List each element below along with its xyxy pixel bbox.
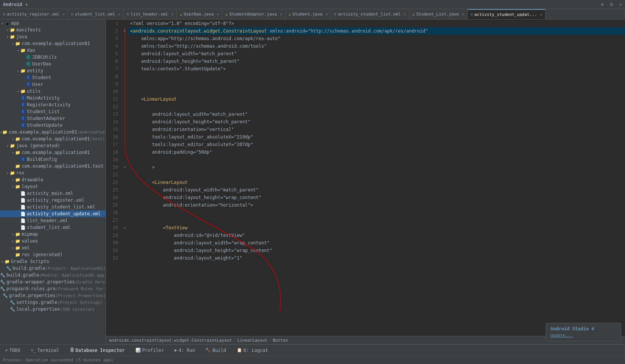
toolbar-item-run[interactable]: ▶4: Run	[172, 347, 197, 354]
expand-arrow[interactable]: ▾	[16, 48, 20, 53]
tab-Student_List[interactable]: ☕Student_List.java✕	[409, 9, 468, 20]
line-code[interactable]	[129, 171, 625, 179]
tree-item-student[interactable]: C Student	[0, 74, 106, 81]
line-code[interactable]	[129, 103, 625, 110]
tab-close[interactable]: ✕	[325, 12, 328, 16]
toolbar-item-logcat[interactable]: 📋6: Logcat	[235, 347, 271, 354]
tab-activity_student_update[interactable]: ⎘activity_student_updat...✕	[468, 9, 546, 20]
expand-arrow[interactable]: ▾	[11, 246, 15, 250]
expand-arrow[interactable]: ▾	[11, 151, 15, 155]
tree-item-buildconfig[interactable]: C BuildConfig	[0, 156, 106, 163]
tree-item-com_example_application01_test[interactable]: 📁 com.example.application01.test	[0, 163, 106, 170]
tree-item-local_properties[interactable]: 🔧 local.properties (SDK Location)	[0, 306, 106, 313]
expand-arrow[interactable]: ▾	[5, 171, 10, 175]
tree-item-build_gradle[interactable]: 🔧 build.gradle (Project: Application01)	[0, 265, 106, 272]
tree-item-activity_register_xml[interactable]: 📄 activity_register.xml	[0, 197, 106, 204]
tree-item-mainactivity[interactable]: C MainActivity	[0, 95, 106, 101]
tab-close[interactable]: ✕	[540, 12, 542, 17]
tree-item-dao[interactable]: ▾ 📁 dao	[0, 47, 106, 54]
expand-arrow[interactable]: ▾	[5, 28, 10, 32]
tree-item-studentadapter[interactable]: C StudentAdapter	[0, 115, 106, 122]
split-icon[interactable]: ⧉	[610, 2, 613, 7]
toolbar-item-todo[interactable]: ✔TODO	[3, 347, 23, 354]
line-code[interactable]: <LinearLayout	[129, 95, 625, 103]
tree-item-mipmap[interactable]: ▾ 📁 mipmap	[0, 231, 106, 238]
line-code[interactable]: android:layout_width="wrap_content"	[129, 239, 625, 247]
line-code[interactable]	[129, 209, 625, 216]
tree-item-java[interactable]: ▾ 📁 java	[0, 33, 106, 40]
tree-item-student_list_xml[interactable]: 📄 student_list.xml	[0, 224, 106, 231]
toolbar-item-build[interactable]: 🔨Build	[203, 347, 228, 354]
line-code[interactable]: <TextView	[129, 224, 625, 232]
expand-arrow[interactable]: ▾	[0, 21, 5, 25]
line-code[interactable]: <LinearLayout	[129, 179, 625, 186]
toolbar-item-profiler[interactable]: 📊Profiler	[133, 347, 166, 354]
expand-arrow[interactable]: ▾	[5, 35, 10, 39]
tab-activity_student_list[interactable]: ⎘activity_student_list.xml✕	[331, 9, 409, 20]
tree-item-studentupdate[interactable]: C StudentUpdate	[0, 122, 106, 129]
tab-close[interactable]: ✕	[62, 12, 65, 16]
line-code[interactable]	[129, 88, 625, 95]
line-code[interactable]: android:layout_width="match_parent"	[129, 110, 625, 118]
tree-item-gradle_properties[interactable]: 🔧 gradle.properties (Project Properties)	[0, 292, 106, 299]
tab-close[interactable]: ✕	[280, 12, 282, 16]
tab-activity_register[interactable]: ⎘activity_register.xml✕	[0, 9, 68, 20]
tree-item-activity_main_xml[interactable]: 📄 activity_main.xml	[0, 190, 106, 197]
code-editor[interactable]: 1 <?xml version="1.0" encoding="utf-8"?>…	[106, 20, 625, 336]
line-code[interactable]	[129, 216, 625, 224]
expand-arrow[interactable]: ▾	[11, 185, 15, 189]
tree-item-java__generated_[interactable]: ▾ 📁 java (generated)	[0, 142, 106, 149]
tab-Student[interactable]: ☕Student.java✕	[286, 9, 331, 20]
expand-arrow[interactable]: ▾	[5, 144, 10, 148]
line-code[interactable]: android:id="@+id/textView"	[129, 232, 625, 239]
tree-item-activity_student_list_xml[interactable]: 📄 activity_student_list.xml	[0, 204, 106, 210]
tree-item-registeractivity[interactable]: C RegisterActivity	[0, 101, 106, 108]
line-code[interactable]: xmlns:app="http://schemas.android.com/ap…	[129, 35, 625, 42]
tab-student_list[interactable]: ⎘student_list.xml✕	[68, 9, 124, 20]
line-code[interactable]	[129, 156, 625, 163]
tab-StudentAdapter[interactable]: ☕StudentAdapter.java✕	[222, 9, 286, 20]
line-code[interactable]: android:layout_width="match_parent"	[129, 50, 625, 58]
line-code[interactable]: >	[129, 163, 625, 171]
line-code[interactable]: tools:layout_editor_absoluteX="219dp"	[129, 133, 625, 141]
breadcrumb-item-2[interactable]: Button	[273, 338, 288, 343]
tab-list_header[interactable]: ⎘list_header.xml✕	[124, 9, 177, 20]
line-code[interactable]: android:orientation="vertical"	[129, 126, 625, 133]
line-code[interactable]: android:orientation="horizontal">	[129, 201, 625, 209]
line-code[interactable]: tools:layout_editor_absoluteY="207dp"	[129, 141, 625, 148]
tree-item-gradle_scripts[interactable]: ▾ 📁 Gradle Scripts	[0, 258, 106, 265]
line-code[interactable]	[129, 80, 625, 88]
tree-item-xml[interactable]: ▾ 📁 xml	[0, 244, 106, 251]
settings-icon[interactable]: ⚙	[601, 2, 604, 7]
line-code[interactable]: android:layout_height="match_parent"	[129, 58, 625, 65]
notification-link[interactable]: Update...	[550, 333, 573, 338]
tree-item-jdbcutils[interactable]: C JDBCUtils	[0, 54, 106, 61]
expand-arrow[interactable]: ▾	[11, 178, 15, 182]
tree-item-list_header_xml[interactable]: 📄 list_header.xml	[0, 217, 106, 224]
tree-item-entity[interactable]: ▾ 📁 entity	[0, 67, 106, 74]
breadcrumb-item-1[interactable]: LinearLayout	[237, 338, 267, 343]
tree-item-com_example_application01[interactable]: ▾ 📁 com.example.application01	[0, 149, 106, 156]
expand-arrow[interactable]: ▾	[11, 232, 15, 236]
expand-arrow[interactable]: ▾	[0, 260, 5, 264]
tree-item-drawable[interactable]: ▾ 📁 drawable	[0, 176, 106, 183]
tree-item-res[interactable]: ▾ 📁 res	[0, 170, 106, 176]
line-code[interactable]: android:padding="50dp"	[129, 148, 625, 156]
line-code[interactable]: tools:context=".StudentUpdate">	[129, 65, 625, 73]
dropdown-arrow[interactable]: ▾	[25, 2, 28, 7]
tree-item-settings_gradle[interactable]: 🔧 settings.gradle (Project Settings)	[0, 299, 106, 306]
expand-arrow[interactable]: ▾	[11, 239, 15, 243]
tree-item-utils[interactable]: ▾ 📁 utils	[0, 88, 106, 95]
close-icon[interactable]: ✕	[619, 2, 622, 7]
tab-close[interactable]: ✕	[217, 12, 219, 16]
toolbar-item-terminal[interactable]: >_Terminal	[29, 347, 62, 354]
line-code[interactable]: android:layout_width="match_parent"	[129, 186, 625, 194]
tree-item-res__generated_[interactable]: 📁 res (generated)	[0, 251, 106, 258]
tree-item-proguard_rules_pro[interactable]: 🔧 proguard-rules.pro (ProGuard Rules for…	[0, 285, 106, 292]
tab-UserDao[interactable]: ☕UserDao.java✕	[177, 9, 222, 20]
tree-item-user[interactable]: C User	[0, 81, 106, 88]
tree-item-gradle_wrapper_properties[interactable]: 🔧 gradle-wrapper.properties (Gradle Vers…	[0, 278, 106, 285]
line-code[interactable]: <androidx.constraintlayout.widget.Constr…	[129, 27, 625, 35]
tree-item-layout[interactable]: ▾ 📁 layout	[0, 183, 106, 190]
line-code[interactable]: xmlns:tools="http://schemas.android.com/…	[129, 42, 625, 50]
